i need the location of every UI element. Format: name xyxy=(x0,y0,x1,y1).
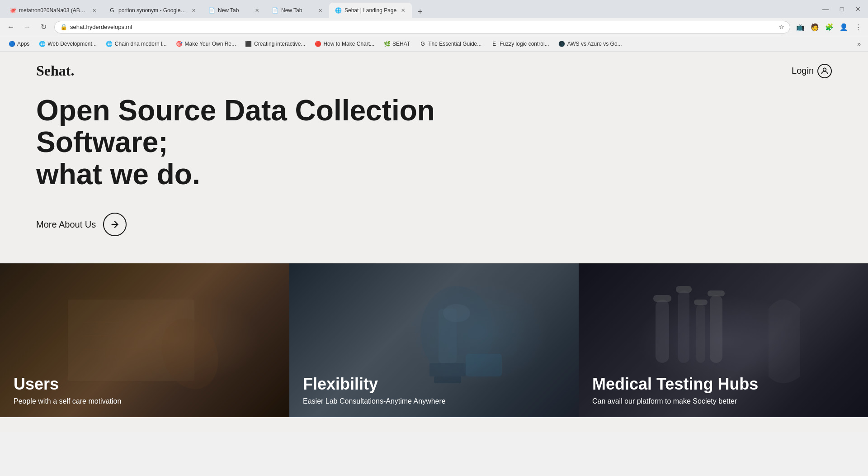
bookmark-webdev[interactable]: 🌐 Web Development... xyxy=(35,38,100,49)
tab-close-5[interactable]: ✕ xyxy=(399,7,406,14)
card-flexibility-title: Flexibility xyxy=(303,375,446,394)
website-content: Sehat. Login Open Source Data Collection… xyxy=(0,52,868,432)
forward-button[interactable]: → xyxy=(20,20,34,34)
tab-title-4: New Tab xyxy=(281,7,314,14)
tab-close-4[interactable]: ✕ xyxy=(316,7,324,14)
card-medical: Medical Testing Hubs Can avail our platf… xyxy=(579,263,868,417)
tab-close-1[interactable]: ✕ xyxy=(90,7,98,14)
login-label: Login xyxy=(792,66,814,76)
tabs-container: 🐙 metatron020NaNa03 (ABDUL M... ✕ G port… xyxy=(4,0,816,18)
tab-3[interactable]: 📄 New Tab ✕ xyxy=(203,3,266,18)
tab-1[interactable]: 🐙 metatron020NaNa03 (ABDUL M... ✕ xyxy=(4,3,103,18)
profile-icon[interactable]: 🧑 xyxy=(808,21,821,33)
bookmark-favicon-chain: 🌐 xyxy=(106,40,113,48)
bookmark-label-aws: AWS vs Azure vs Go... xyxy=(567,41,622,47)
bookmark-label-charts: How to Make Chart... xyxy=(323,41,374,47)
tab-title-1: metatron020NaNa03 (ABDUL M... xyxy=(19,7,88,14)
back-button[interactable]: ← xyxy=(4,20,18,34)
bookmarks-bar: 🔵 Apps 🌐 Web Development... 🌐 Chain dna … xyxy=(0,36,868,52)
site-navigation: Sehat. Login xyxy=(0,52,868,90)
tab-favicon-2: G xyxy=(108,7,116,14)
close-button[interactable]: ✕ xyxy=(852,3,864,15)
tab-title-3: New Tab xyxy=(218,7,250,14)
card-medical-content: Medical Testing Hubs Can avail our platf… xyxy=(592,375,758,406)
bookmark-essential[interactable]: G The Essential Guide... xyxy=(415,38,485,49)
card-flexibility-content: Flexibility Easier Lab Consultations-Any… xyxy=(303,375,446,406)
bookmark-label-creating: Creating interactive... xyxy=(254,41,305,47)
bookmark-label-makeyourown: Make Your Own Re... xyxy=(185,41,236,47)
bookmark-label-sehat: SEHAT xyxy=(392,41,410,47)
reload-button[interactable]: ↻ xyxy=(36,20,51,34)
tab-favicon-1: 🐙 xyxy=(9,7,16,14)
tab-title-2: portion synonym - Google Sear... xyxy=(118,7,187,14)
window-controls: — □ ✕ xyxy=(819,3,864,15)
bookmark-favicon-makeyourown: 🎯 xyxy=(176,40,183,48)
tab-favicon-5: 🌐 xyxy=(335,7,342,14)
menu-icon[interactable]: ⋮ xyxy=(852,21,864,33)
tab-4[interactable]: 📄 New Tab ✕ xyxy=(266,3,329,18)
more-about-us-label: More About Us xyxy=(36,219,96,230)
cards-section: Users People with a self care motivation xyxy=(0,263,868,417)
bookmark-label-webdev: Web Development... xyxy=(47,41,97,47)
extensions-icon[interactable]: 🧩 xyxy=(823,21,835,33)
svg-point-0 xyxy=(823,68,826,71)
bookmark-chain[interactable]: 🌐 Chain dna modern l... xyxy=(102,38,170,49)
browser-frame: 🐙 metatron020NaNa03 (ABDUL M... ✕ G port… xyxy=(0,0,868,52)
bookmark-label-apps: Apps xyxy=(17,41,29,47)
minimize-button[interactable]: — xyxy=(819,3,832,15)
new-tab-button[interactable]: + xyxy=(414,5,426,18)
toolbar-icons: 📺 🧑 🧩 👤 ⋮ xyxy=(794,21,864,33)
bookmark-sehat[interactable]: 🌿 SEHAT xyxy=(380,38,414,49)
more-about-us-button[interactable]: More About Us xyxy=(36,213,832,236)
bookmarks-more-button[interactable]: » xyxy=(854,38,863,49)
cast-icon[interactable]: 📺 xyxy=(794,21,807,33)
secure-icon: 🔒 xyxy=(60,24,67,30)
card-users: Users People with a self care motivation xyxy=(0,263,289,417)
bookmark-favicon-charts: 🔴 xyxy=(314,40,321,48)
card-users-content: Users People with a self care motivation xyxy=(14,375,121,406)
tab-close-2[interactable]: ✕ xyxy=(190,7,197,14)
toolbar: ← → ↻ 🔒 sehat.hyderdevelops.ml ☆ 📺 🧑 🧩 👤… xyxy=(0,18,868,36)
bookmark-aws[interactable]: 🌑 AWS vs Azure vs Go... xyxy=(555,38,626,49)
bookmark-favicon-webdev: 🌐 xyxy=(38,40,46,48)
bookmark-favicon-aws: 🌑 xyxy=(558,40,566,48)
site-logo: Sehat. xyxy=(36,62,74,79)
bookmark-label-fuzzy: Fuzzy logic control... xyxy=(500,41,549,47)
bookmark-label-chain: Chain dna modern l... xyxy=(115,41,167,47)
card-users-title: Users xyxy=(14,375,121,394)
tab-favicon-3: 📄 xyxy=(208,7,215,14)
bookmark-charts[interactable]: 🔴 How to Make Chart... xyxy=(311,38,378,49)
card-medical-title: Medical Testing Hubs xyxy=(592,375,758,394)
tab-title-5: Sehat | Landing Page xyxy=(344,7,396,14)
maximize-button[interactable]: □ xyxy=(835,3,848,15)
login-icon xyxy=(817,64,832,78)
hero-headline: Open Source Data Collection Software; wh… xyxy=(36,95,443,190)
card-users-description: People with a self care motivation xyxy=(14,396,121,406)
tab-5[interactable]: 🌐 Sehat | Landing Page ✕ xyxy=(329,3,412,18)
arrow-right-icon xyxy=(103,213,127,236)
tab-favicon-4: 📄 xyxy=(271,7,278,14)
card-flexibility-description: Easier Lab Consultations-Anytime Anywher… xyxy=(303,396,446,406)
hero-headline-line2: what we do. xyxy=(36,158,200,190)
bookmark-favicon-fuzzy: E xyxy=(491,40,498,48)
bookmark-makeyourown[interactable]: 🎯 Make Your Own Re... xyxy=(172,38,240,49)
bookmark-favicon-creating: ⬛ xyxy=(245,40,252,48)
bookmark-apps[interactable]: 🔵 Apps xyxy=(5,38,33,49)
hero-section: Open Source Data Collection Software; wh… xyxy=(0,90,868,263)
title-bar: 🐙 metatron020NaNa03 (ABDUL M... ✕ G port… xyxy=(0,0,868,18)
bookmark-label-essential: The Essential Guide... xyxy=(428,41,481,47)
account-icon[interactable]: 👤 xyxy=(837,21,850,33)
card-medical-description: Can avail our platform to make Society b… xyxy=(592,396,758,406)
login-button[interactable]: Login xyxy=(792,64,832,78)
bookmark-fuzzy[interactable]: E Fuzzy logic control... xyxy=(487,38,552,49)
bookmark-creating[interactable]: ⬛ Creating interactive... xyxy=(241,38,309,49)
bookmark-favicon-apps: 🔵 xyxy=(8,40,15,48)
url-text: sehat.hyderdevelops.ml xyxy=(70,24,776,30)
tab-close-3[interactable]: ✕ xyxy=(253,7,260,14)
hero-headline-line1: Open Source Data Collection Software; xyxy=(36,94,435,158)
star-icon[interactable]: ☆ xyxy=(779,24,784,30)
card-flexibility: Flexibility Easier Lab Consultations-Any… xyxy=(289,263,579,417)
tab-2[interactable]: G portion synonym - Google Sear... ✕ xyxy=(103,3,203,18)
bookmark-favicon-sehat: 🌿 xyxy=(383,40,391,48)
address-bar[interactable]: 🔒 sehat.hyderdevelops.ml ☆ xyxy=(54,21,790,33)
